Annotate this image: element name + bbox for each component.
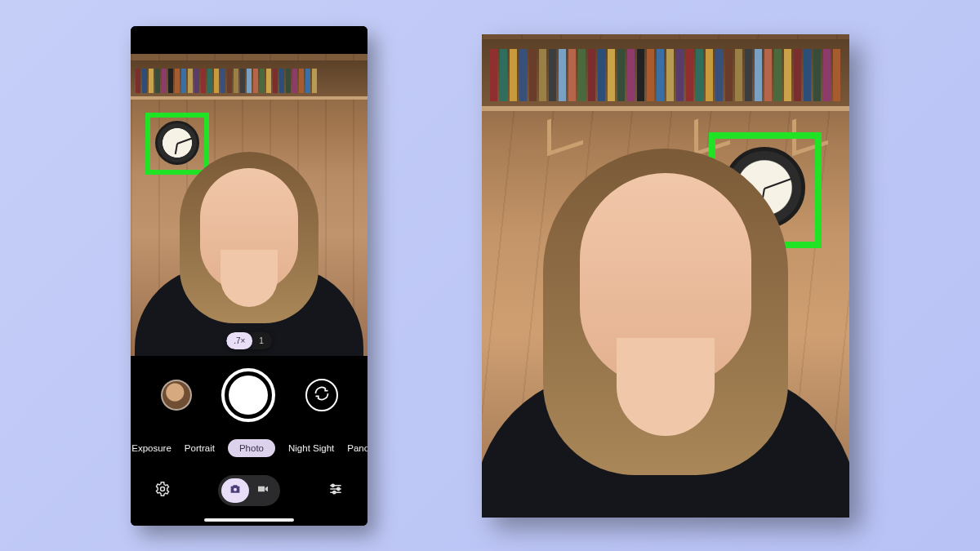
svg-point-1 [234, 487, 237, 491]
svg-point-3 [337, 487, 340, 490]
home-indicator[interactable] [204, 518, 294, 522]
mode-photo[interactable]: Photo [228, 439, 275, 457]
status-bar-area [131, 26, 368, 54]
settings-button[interactable] [149, 477, 176, 504]
video-icon [256, 482, 270, 499]
capture-controls-row [131, 356, 368, 434]
captured-photo [482, 34, 849, 518]
photo-video-toggle[interactable] [218, 475, 280, 506]
toggle-video[interactable] [249, 478, 277, 503]
svg-point-0 [161, 487, 165, 491]
shutter-button[interactable] [221, 368, 275, 422]
bottom-toolbar [131, 462, 368, 526]
adjustments-button[interactable] [322, 477, 350, 504]
mode-night-sight[interactable]: Night Sight [288, 443, 334, 453]
mode-long-exposure[interactable]: g Exposure [131, 443, 172, 453]
svg-point-4 [333, 491, 336, 493]
bookshelf [131, 60, 368, 100]
viewfinder-scene [131, 54, 368, 356]
bookshelf-photo [482, 39, 849, 111]
svg-point-2 [332, 484, 334, 487]
camera-flip-icon [314, 385, 330, 405]
person-subject-photo [486, 134, 845, 518]
mode-panorama[interactable]: Panora [347, 443, 368, 453]
zoom-selector[interactable]: .7× 1 [226, 332, 272, 349]
camera-viewfinder[interactable]: .7× 1 [131, 54, 368, 356]
gallery-thumbnail[interactable] [161, 380, 192, 411]
camera-icon [229, 482, 242, 499]
zoom-option-1x[interactable]: 1 [252, 332, 272, 349]
person-subject [143, 144, 355, 356]
phone-screenshot: .7× 1 g Exposure Portrait Photo Night Si… [131, 26, 368, 526]
toggle-photo[interactable] [221, 478, 249, 503]
gear-icon [154, 481, 171, 500]
camera-flip-button[interactable] [305, 379, 338, 411]
sliders-icon [327, 481, 344, 500]
zoom-option-active[interactable]: .7× [226, 332, 252, 349]
mode-portrait[interactable]: Portrait [185, 443, 215, 453]
camera-modes-row[interactable]: g Exposure Portrait Photo Night Sight Pa… [131, 434, 368, 462]
